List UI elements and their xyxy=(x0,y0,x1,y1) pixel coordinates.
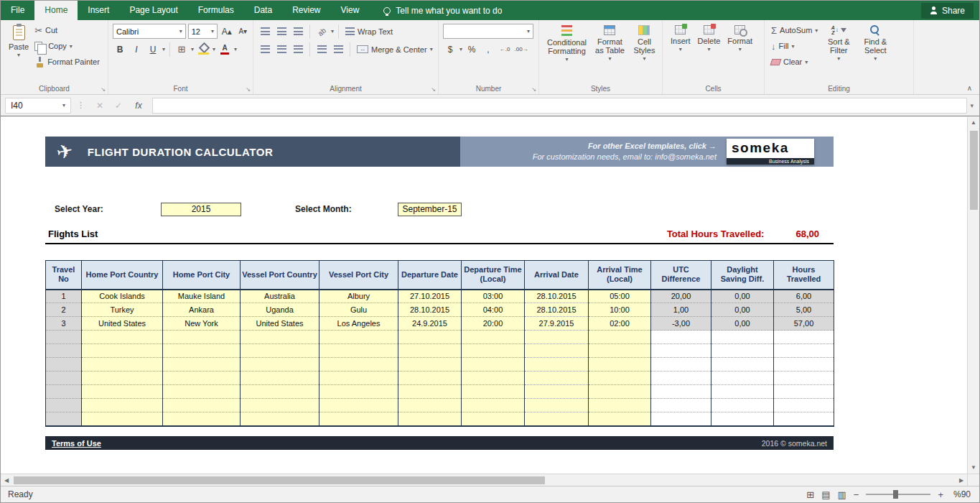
cell[interactable] xyxy=(525,399,589,412)
cell[interactable]: 1 xyxy=(46,290,82,303)
cell[interactable]: 28.10.2015 xyxy=(398,303,462,317)
cell[interactable]: Uganda xyxy=(241,303,319,317)
column-header[interactable]: Daylight Saving Diff. xyxy=(711,261,774,290)
wrap-text-button[interactable]: Wrap Text xyxy=(343,24,395,40)
cell[interactable] xyxy=(319,331,398,344)
number-dialog-launcher[interactable]: ↘ xyxy=(531,86,536,93)
cell[interactable] xyxy=(319,412,398,426)
comma-format-button[interactable]: , xyxy=(481,42,495,57)
cell[interactable] xyxy=(525,372,589,385)
find-select-button[interactable]: Find & Select ▾ xyxy=(857,22,893,70)
zoom-slider-thumb[interactable] xyxy=(893,490,898,499)
cell[interactable]: 24.9.2015 xyxy=(398,317,462,331)
formula-input[interactable] xyxy=(152,98,967,114)
cell[interactable]: New York xyxy=(163,317,241,331)
name-box[interactable]: I40 ▾ xyxy=(5,98,71,114)
cell[interactable] xyxy=(46,331,82,344)
cell[interactable] xyxy=(241,358,319,372)
format-as-table-button[interactable]: Format as Table ▾ xyxy=(590,22,630,64)
horizontal-scrollbar[interactable]: ◀ ▶ xyxy=(1,474,967,486)
increase-indent-button[interactable] xyxy=(331,42,345,57)
cell[interactable]: 02:00 xyxy=(589,317,651,331)
share-button[interactable]: Share xyxy=(921,3,974,19)
cell[interactable]: 6,00 xyxy=(774,290,834,303)
cell[interactable] xyxy=(163,385,241,399)
cell[interactable]: 0,00 xyxy=(711,317,774,331)
cell[interactable]: Albury xyxy=(319,290,398,303)
cell[interactable]: Mauke Island xyxy=(163,290,241,303)
cell[interactable] xyxy=(398,385,462,399)
cell[interactable]: Australia xyxy=(241,290,319,303)
cell[interactable]: 05:00 xyxy=(589,290,651,303)
cell[interactable] xyxy=(589,385,651,399)
column-header[interactable]: Vessel Port Country xyxy=(241,261,319,290)
cell[interactable]: 5,00 xyxy=(774,303,834,317)
font-dialog-launcher[interactable]: ↘ xyxy=(246,86,251,93)
zoom-value[interactable]: %90 xyxy=(951,489,971,499)
cell[interactable] xyxy=(82,412,163,426)
format-cells-button[interactable]: Format ▾ xyxy=(724,22,756,54)
cell[interactable]: 10:00 xyxy=(589,303,651,317)
cell[interactable] xyxy=(163,412,241,426)
decrease-decimal-button[interactable]: .00→ xyxy=(514,42,528,57)
conditional-formatting-button[interactable]: Conditional Formatting ▾ xyxy=(543,22,590,64)
cell[interactable]: 03:00 xyxy=(462,290,525,303)
align-top-button[interactable] xyxy=(258,24,272,39)
cell[interactable] xyxy=(774,372,834,385)
cell[interactable] xyxy=(711,399,774,412)
cell[interactable]: Cook Islands xyxy=(82,290,163,303)
cell[interactable]: 04:00 xyxy=(462,303,525,317)
scroll-left-icon[interactable]: ◀ xyxy=(1,477,12,484)
cell[interactable] xyxy=(398,344,462,358)
vertical-scroll-thumb[interactable] xyxy=(970,131,978,210)
column-header[interactable]: Departure Date xyxy=(398,261,462,290)
delete-cells-button[interactable]: Delete ▾ xyxy=(694,22,724,54)
cell[interactable] xyxy=(525,331,589,344)
cell[interactable] xyxy=(398,358,462,372)
cell[interactable] xyxy=(462,358,525,372)
cell[interactable] xyxy=(711,385,774,399)
cell[interactable] xyxy=(46,412,82,426)
cell[interactable] xyxy=(319,399,398,412)
italic-button[interactable]: I xyxy=(129,42,144,57)
month-input[interactable]: September-15 xyxy=(398,203,462,216)
cell[interactable]: 20,00 xyxy=(651,290,711,303)
insert-function-button[interactable]: fx xyxy=(128,101,149,111)
currency-format-button[interactable]: $ xyxy=(443,42,457,57)
cell[interactable] xyxy=(82,344,163,358)
cell[interactable] xyxy=(398,331,462,344)
cell[interactable]: -3,00 xyxy=(651,317,711,331)
formula-bar-expand-icon[interactable]: ▾ xyxy=(970,102,978,109)
cell[interactable] xyxy=(774,399,834,412)
cell[interactable] xyxy=(319,385,398,399)
increase-font-button[interactable]: A▴ xyxy=(220,24,234,39)
cell[interactable]: 2 xyxy=(46,303,82,317)
tab-home[interactable]: Home xyxy=(34,1,78,20)
cell[interactable] xyxy=(525,385,589,399)
zoom-in-button[interactable]: + xyxy=(938,489,943,500)
sort-filter-button[interactable]: AZ↓ Sort & Filter ▾ xyxy=(820,22,857,70)
cell[interactable] xyxy=(319,358,398,372)
page-break-view-icon[interactable]: ▥ xyxy=(838,490,846,499)
autosum-button[interactable]: Σ AutoSum ▾ xyxy=(769,22,820,38)
cell[interactable]: Gulu xyxy=(319,303,398,317)
cell[interactable] xyxy=(46,344,82,358)
cell[interactable] xyxy=(319,344,398,358)
cell[interactable] xyxy=(651,385,711,399)
copy-button[interactable]: Copy ▾ xyxy=(32,38,102,54)
tell-me-box[interactable]: Tell me what you want to do xyxy=(383,1,502,20)
cell[interactable]: 27.9.2015 xyxy=(525,317,589,331)
cell[interactable] xyxy=(82,358,163,372)
cell[interactable] xyxy=(241,344,319,358)
cell[interactable] xyxy=(462,344,525,358)
cell[interactable] xyxy=(462,412,525,426)
cell[interactable]: Turkey xyxy=(82,303,163,317)
orientation-button[interactable]: ab xyxy=(312,21,332,41)
cell[interactable] xyxy=(163,344,241,358)
column-header[interactable]: Departure Time (Local) xyxy=(462,261,525,290)
cell[interactable]: 28.10.2015 xyxy=(525,290,589,303)
scroll-up-icon[interactable]: ▲ xyxy=(968,117,980,129)
cell[interactable] xyxy=(163,372,241,385)
cell[interactable] xyxy=(711,358,774,372)
horizontal-scroll-thumb[interactable] xyxy=(14,476,545,484)
